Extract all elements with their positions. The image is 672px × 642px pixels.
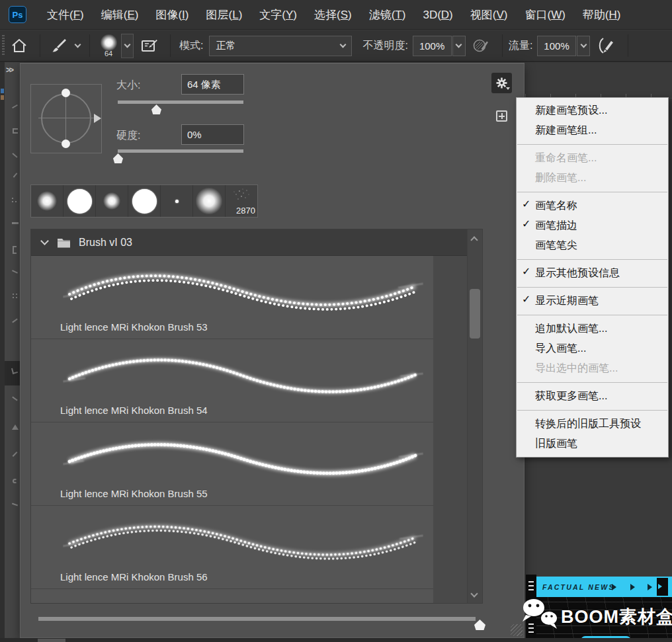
tool-strip[interactable]: >>: [0, 62, 20, 638]
brush-panel-icon: [140, 37, 158, 54]
hardness-input[interactable]: 0%: [181, 124, 244, 145]
preview-size-slider-thumb[interactable]: [474, 620, 485, 630]
brush-preset-picker-button[interactable]: [121, 34, 134, 58]
menu-bar: Ps 文件(F) 编辑(E) 图像(I) 图层(L) 文字(Y) 选择(S) 滤…: [0, 0, 672, 30]
size-input[interactable]: 64 像素: [181, 74, 244, 95]
brush-preset-panel: 大小: 64 像素 硬度: 0% 2870 Brush vI 03: [20, 63, 525, 638]
angle-arrow-icon[interactable]: [94, 114, 101, 123]
collapsed-panel-edge: [0, 62, 5, 638]
menu-file[interactable]: 文件(F): [38, 0, 93, 30]
menu-item-legacy-brushes[interactable]: 旧版画笔: [517, 434, 668, 454]
angle-circle: [41, 93, 91, 143]
checkmark-icon: ✓: [522, 265, 530, 278]
brush-item[interactable]: Light lence MRi Khokon Brush 54: [31, 339, 433, 422]
menu-help[interactable]: 帮助(H): [574, 0, 630, 30]
flow-value: 100%: [544, 40, 569, 52]
menu-layer[interactable]: 图层(L): [198, 0, 251, 30]
brush-folder-header[interactable]: Brush vI 03: [31, 229, 468, 256]
divider: [170, 34, 171, 57]
recent-brush-scatter[interactable]: 2870: [226, 185, 257, 217]
photoshop-logo: Ps: [9, 6, 26, 23]
status-bar-sliver: [38, 639, 65, 642]
vertical-scrollbar[interactable]: [467, 229, 482, 603]
banner-news-bar: FACTUAL NEWS: [536, 577, 672, 597]
menu-item-show-preset-info[interactable]: ✓显示其他预设信息: [517, 263, 668, 283]
brush-name: Light lence MRi Khokon Brush 53: [60, 321, 208, 333]
recent-brush-soft-large[interactable]: [193, 185, 225, 217]
menu-3d[interactable]: 3D(D): [414, 0, 461, 30]
flow-dropdown-button[interactable]: [577, 36, 590, 56]
opacity-value-box[interactable]: 100%: [413, 36, 452, 56]
size-label: 大小:: [116, 79, 140, 93]
opacity-dropdown-button[interactable]: [452, 36, 466, 56]
menu-window[interactable]: 窗口(W): [516, 0, 573, 30]
brush-item[interactable]: Light lence MRi Khokon Brush 56: [31, 506, 433, 589]
menu-separator: [517, 410, 667, 411]
brush-item-partial[interactable]: [31, 589, 433, 604]
recent-brush-hard-round[interactable]: [63, 185, 95, 217]
panel-sliver: [1, 95, 4, 100]
recent-brush-soft-round[interactable]: [96, 185, 128, 217]
opacity-value: 100%: [419, 40, 444, 52]
menu-view[interactable]: 视图(V): [462, 0, 517, 30]
brush-preset-preview[interactable]: 64: [96, 34, 121, 58]
menu-item-delete-brush: 删除画笔...: [517, 168, 668, 188]
menu-separator: [517, 144, 667, 145]
toggle-brush-settings-button[interactable]: [134, 37, 164, 54]
brush-icon: [50, 37, 67, 54]
menu-item-new-brush-group[interactable]: 新建画笔组...: [517, 120, 668, 140]
preview-size-slider-track[interactable]: [38, 617, 476, 621]
flow-value-box[interactable]: 100%: [537, 36, 576, 56]
menu-item-import-brushes[interactable]: 导入画笔...: [517, 339, 668, 358]
menu-item-converted-legacy-presets[interactable]: 转换后的旧版工具预设: [517, 414, 668, 434]
brush-tool-button[interactable]: [46, 37, 71, 54]
folder-collapse-chevron-icon[interactable]: [40, 237, 49, 245]
flow-label: 流量:: [509, 39, 532, 53]
scroll-down-icon[interactable]: [470, 590, 478, 597]
size-slider-track[interactable]: [118, 100, 243, 104]
menu-type[interactable]: 文字(Y): [251, 0, 306, 30]
divider: [628, 34, 628, 57]
brush-angle-control[interactable]: [30, 84, 102, 153]
create-new-brush-button[interactable]: [496, 110, 507, 122]
menu-item-append-default[interactable]: 追加默认画笔...: [517, 319, 668, 339]
airbrush-button[interactable]: [590, 36, 622, 55]
angle-handle-bottom[interactable]: [62, 140, 70, 148]
menu-edit[interactable]: 编辑(E): [93, 0, 147, 30]
menu-item-brush-name[interactable]: ✓画笔名称: [517, 196, 668, 216]
menu-items: 文件(F) 编辑(E) 图像(I) 图层(L) 文字(Y) 选择(S) 滤镜(T…: [38, 0, 629, 30]
blend-mode-value: 正常: [216, 40, 235, 52]
menu-filter[interactable]: 滤镜(T): [360, 0, 415, 30]
menu-separator: [517, 315, 667, 315]
brush-tool-dropdown[interactable]: [71, 45, 83, 47]
menu-separator: [517, 287, 667, 288]
recent-brush-soft-round[interactable]: [31, 185, 63, 217]
hardness-slider-thumb[interactable]: [113, 153, 123, 163]
home-button[interactable]: [5, 37, 34, 54]
pressure-opacity-button[interactable]: [466, 36, 496, 55]
angle-handle-top[interactable]: [62, 89, 70, 97]
brush-item[interactable]: Light lence MRi Khokon Brush 55: [31, 422, 433, 506]
expand-tools-icon[interactable]: >>: [6, 65, 13, 75]
menu-image[interactable]: 图像(I): [147, 0, 197, 30]
scroll-up-icon[interactable]: [470, 236, 478, 243]
checkmark-icon: ✓: [522, 293, 530, 305]
menu-select[interactable]: 选择(S): [306, 0, 360, 30]
scrollbar-thumb[interactable]: [470, 289, 480, 339]
preset-info-column: [433, 256, 468, 603]
menu-item-export-selected: 导出选中的画笔...: [517, 358, 668, 378]
size-slider-thumb[interactable]: [151, 104, 161, 114]
recent-brush-small-dot[interactable]: [161, 185, 192, 217]
menu-item-get-more-brushes[interactable]: 获取更多画笔...: [517, 386, 668, 406]
hardness-slider-track[interactable]: [118, 149, 243, 153]
menu-item-new-brush-preset[interactable]: 新建画笔预设...: [517, 100, 668, 120]
banner-title: BOOM素材盒: [561, 605, 672, 629]
menu-item-brush-stroke[interactable]: ✓画笔描边: [517, 216, 668, 235]
panel-settings-button[interactable]: [491, 73, 512, 93]
brush-item[interactable]: Light lence MRi Khokon Brush 53: [31, 256, 433, 339]
blend-mode-select[interactable]: 正常: [209, 36, 352, 56]
menu-item-brush-tip[interactable]: 画笔笔尖: [517, 235, 668, 255]
recent-brush-hard-round[interactable]: [128, 185, 160, 217]
opacity-label: 不透明度:: [362, 39, 407, 53]
menu-item-show-recent[interactable]: ✓显示近期画笔: [517, 291, 668, 311]
